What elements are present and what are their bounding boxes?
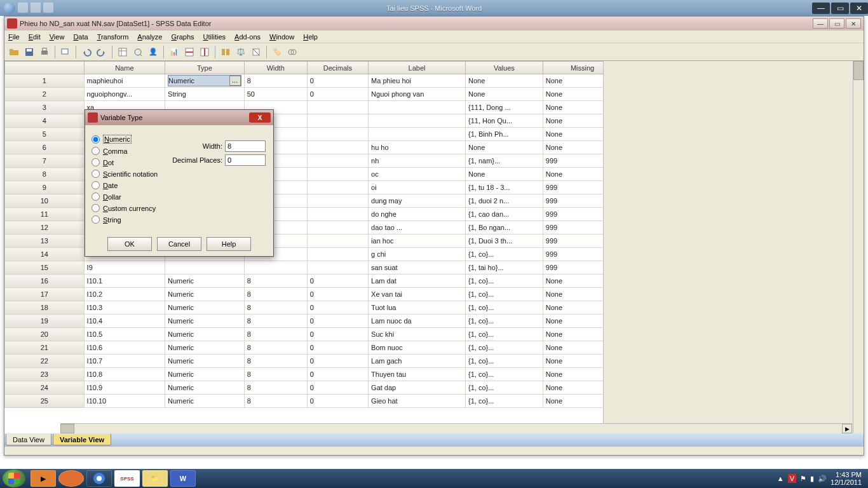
- taskbar-chrome-icon[interactable]: [86, 470, 112, 487]
- menu-data[interactable]: Data: [73, 33, 88, 41]
- tray-volume-icon[interactable]: 🔊: [818, 475, 827, 483]
- row-header[interactable]: 3: [5, 101, 85, 114]
- tab-data-view[interactable]: Data View: [6, 434, 51, 445]
- spss-minimize-button[interactable]: —: [813, 18, 828, 29]
- row-header[interactable]: 4: [5, 114, 85, 128]
- row-header[interactable]: 21: [5, 341, 85, 355]
- radio-date[interactable]: Date: [92, 181, 267, 189]
- row-header[interactable]: 5: [5, 128, 85, 141]
- split-file-icon[interactable]: [219, 45, 233, 59]
- row-header[interactable]: 13: [5, 234, 85, 248]
- col-header[interactable]: Label: [369, 62, 466, 74]
- taskbar-clock[interactable]: 1:43 PM 12/1/2011: [831, 471, 862, 486]
- col-header[interactable]: [5, 62, 85, 74]
- menu-graphs[interactable]: Graphs: [171, 33, 194, 41]
- col-header[interactable]: Decimals: [307, 62, 368, 74]
- cancel-button[interactable]: Cancel: [157, 237, 201, 251]
- word-close-button[interactable]: ✕: [850, 3, 868, 14]
- dialog-close-button[interactable]: X: [249, 112, 271, 123]
- row-header[interactable]: 17: [5, 288, 85, 301]
- col-header[interactable]: Type: [165, 62, 245, 74]
- menu-utilities[interactable]: Utilities: [203, 33, 226, 41]
- row-header[interactable]: 20: [5, 328, 85, 341]
- print-icon[interactable]: [37, 45, 51, 59]
- spss-maximize-button[interactable]: ▭: [829, 18, 844, 29]
- menu-transform[interactable]: Transform: [97, 33, 129, 41]
- radio-custom-currency[interactable]: Custom currency: [92, 204, 267, 212]
- tab-variable-view[interactable]: Variable View: [53, 434, 111, 445]
- row-header[interactable]: 19: [5, 315, 85, 328]
- row-header[interactable]: 22: [5, 355, 85, 368]
- taskbar-mediaplayer-icon[interactable]: ▶: [31, 470, 56, 487]
- horizontal-scrollbar[interactable]: ▶: [60, 423, 852, 433]
- menu-edit[interactable]: Edit: [29, 33, 41, 41]
- ok-button[interactable]: OK: [107, 237, 152, 251]
- redo-icon[interactable]: [95, 45, 109, 59]
- row-header[interactable]: 15: [5, 261, 85, 274]
- row-header[interactable]: 6: [5, 141, 85, 154]
- save-icon[interactable]: [22, 45, 36, 59]
- office-orb-icon[interactable]: [4, 3, 15, 14]
- row-header[interactable]: 23: [5, 368, 85, 381]
- row-header[interactable]: 7: [5, 154, 85, 168]
- dialog-recall-icon[interactable]: [58, 45, 72, 59]
- width-input[interactable]: [225, 140, 266, 152]
- taskbar-explorer-icon[interactable]: 📁: [142, 470, 168, 487]
- qat-undo-icon[interactable]: [31, 3, 41, 13]
- row-header[interactable]: 9: [5, 181, 85, 194]
- qat-save-icon[interactable]: [18, 3, 28, 13]
- row-header[interactable]: 12: [5, 221, 85, 234]
- row-header[interactable]: 11: [5, 208, 85, 221]
- row-header[interactable]: 2: [5, 88, 85, 101]
- menu-analyze[interactable]: Analyze: [137, 33, 162, 41]
- word-minimize-button[interactable]: —: [812, 3, 830, 14]
- select-cases-icon[interactable]: [249, 45, 263, 59]
- qat-redo-icon[interactable]: [43, 3, 53, 13]
- weight-cases-icon[interactable]: ⚖️: [234, 45, 248, 59]
- col-header[interactable]: Name: [84, 62, 165, 74]
- menu-window[interactable]: Window: [269, 33, 294, 41]
- goto-case-icon[interactable]: [116, 45, 130, 59]
- row-header[interactable]: 16: [5, 274, 85, 288]
- spss-close-button[interactable]: ✕: [846, 18, 861, 29]
- undo-icon[interactable]: [79, 45, 93, 59]
- decimal-places-input[interactable]: [225, 154, 266, 166]
- open-icon[interactable]: [7, 45, 21, 59]
- help-button[interactable]: Help: [207, 237, 251, 251]
- use-sets-icon[interactable]: [285, 45, 299, 59]
- goto-var-icon[interactable]: [131, 45, 145, 59]
- row-header[interactable]: 8: [5, 168, 85, 181]
- taskbar-word-icon[interactable]: W: [170, 470, 196, 487]
- value-labels-icon[interactable]: 🏷️: [270, 45, 284, 59]
- row-header[interactable]: 1: [5, 74, 85, 88]
- radio-string[interactable]: String: [92, 215, 267, 224]
- menu-help[interactable]: Help: [303, 33, 318, 41]
- tray-up-icon[interactable]: ▲: [777, 475, 784, 482]
- find-icon[interactable]: 📊: [167, 45, 181, 59]
- svg-point-13: [97, 476, 102, 481]
- row-header[interactable]: 18: [5, 301, 85, 315]
- variables-icon[interactable]: 👤: [146, 45, 160, 59]
- row-header[interactable]: 14: [5, 248, 85, 261]
- col-header[interactable]: Values: [466, 62, 543, 74]
- insert-case-icon[interactable]: [182, 45, 196, 59]
- start-button[interactable]: [3, 470, 25, 487]
- tray-av-icon[interactable]: V: [788, 474, 796, 483]
- radio-dollar[interactable]: Dollar: [92, 193, 267, 201]
- word-maximize-button[interactable]: ▭: [831, 3, 849, 14]
- menu-view[interactable]: View: [50, 33, 65, 41]
- row-header[interactable]: 24: [5, 381, 85, 395]
- taskbar-firefox-icon[interactable]: [58, 470, 84, 487]
- tray-action-icon[interactable]: ⚑: [800, 475, 806, 483]
- tray-battery-icon[interactable]: ▮: [810, 475, 814, 483]
- menu-file[interactable]: File: [8, 33, 20, 41]
- row-header[interactable]: 10: [5, 194, 85, 208]
- menu-add-ons[interactable]: Add-ons: [234, 33, 261, 41]
- col-header[interactable]: Width: [244, 62, 307, 74]
- radio-scientific-notation[interactable]: Scientific notation: [92, 170, 267, 178]
- type-browse-button[interactable]: ...: [229, 76, 241, 86]
- insert-var-icon[interactable]: [198, 45, 212, 59]
- row-header[interactable]: 25: [5, 395, 85, 408]
- taskbar-spss-icon[interactable]: SPSS: [114, 470, 140, 487]
- vertical-scrollbar[interactable]: [853, 61, 864, 433]
